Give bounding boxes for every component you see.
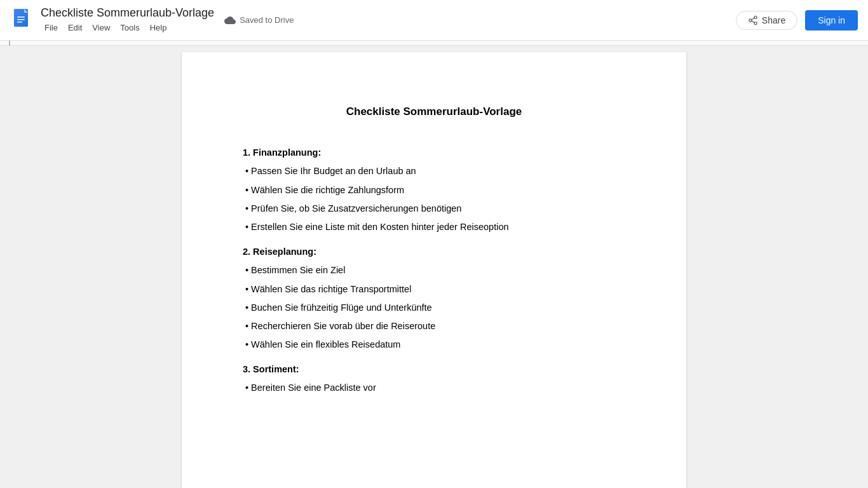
bullet-item: • Prüfen Sie, ob Sie Zusatzversicherunge… — [243, 201, 625, 216]
menu-tools[interactable]: Tools — [116, 22, 143, 34]
menu-bar: File Edit View Tools Help — [41, 22, 214, 34]
menu-edit[interactable]: Edit — [64, 22, 86, 34]
ruler-area — [0, 41, 868, 46]
bullet-item: • Wählen Sie die richtige Zahlungsform — [243, 183, 625, 198]
share-label: Share — [762, 15, 785, 25]
section-2-title: 2. Reiseplanung: — [243, 245, 625, 259]
menu-view[interactable]: View — [88, 22, 114, 34]
cloud-icon — [224, 15, 236, 26]
saved-indicator: Saved to Drive — [224, 15, 294, 26]
bullet-item: • Bestimmen Sie ein Ziel — [243, 263, 625, 278]
bullet-item: • Buchen Sie frühzeitig Flüge und Unterk… — [243, 301, 625, 315]
title-area: Checkliste Sommerurlaub-Vorlage File Edi… — [41, 6, 214, 34]
bullet-item: • Erstellen Sie eine Liste mit den Koste… — [243, 220, 625, 234]
section-3-title: 3. Sortiment: — [243, 362, 625, 377]
header: Checkliste Sommerurlaub-Vorlage File Edi… — [0, 0, 868, 41]
bullet-item: • Wählen Sie das richtige Transportmitte… — [243, 282, 625, 297]
doc-title[interactable]: Checkliste Sommerurlaub-Vorlage — [41, 6, 214, 20]
document-heading: Checkliste Sommerurlaub-Vorlage — [243, 103, 625, 120]
section-1: 1. Finanzplanung: • Passen Sie Ihr Budge… — [243, 146, 625, 234]
header-actions: Share Sign in — [736, 10, 858, 30]
svg-rect-5 — [17, 22, 22, 23]
svg-line-10 — [752, 18, 755, 20]
menu-file[interactable]: File — [41, 22, 62, 34]
svg-rect-4 — [17, 19, 25, 20]
document-page[interactable]: Checkliste Sommerurlaub-Vorlage 1. Finan… — [182, 52, 686, 488]
bullet-item: • Wählen Sie ein flexibles Reisedatum — [243, 337, 625, 352]
vertical-marker — [9, 41, 10, 46]
share-icon — [748, 15, 758, 25]
svg-point-8 — [754, 22, 757, 24]
section-1-title: 1. Finanzplanung: — [243, 146, 625, 160]
menu-help[interactable]: Help — [146, 22, 171, 34]
svg-rect-3 — [17, 17, 25, 18]
bullet-item: • Passen Sie Ihr Budget an den Urlaub an — [243, 164, 625, 179]
svg-point-6 — [754, 16, 757, 18]
saved-status-text: Saved to Drive — [240, 15, 294, 25]
bullet-item: • Recherchieren Sie vorab über die Reise… — [243, 319, 625, 334]
share-button[interactable]: Share — [736, 11, 797, 30]
bullet-item: • Bereiten Sie eine Packliste vor — [243, 381, 625, 395]
docs-icon — [10, 8, 36, 33]
canvas-area: Checkliste Sommerurlaub-Vorlage 1. Finan… — [0, 46, 868, 488]
section-3: 3. Sortiment: • Bereiten Sie eine Packli… — [243, 362, 625, 395]
svg-point-7 — [749, 19, 752, 22]
signin-button[interactable]: Sign in — [805, 10, 858, 30]
svg-line-9 — [752, 21, 755, 23]
section-2: 2. Reiseplanung: • Bestimmen Sie ein Zie… — [243, 245, 625, 352]
